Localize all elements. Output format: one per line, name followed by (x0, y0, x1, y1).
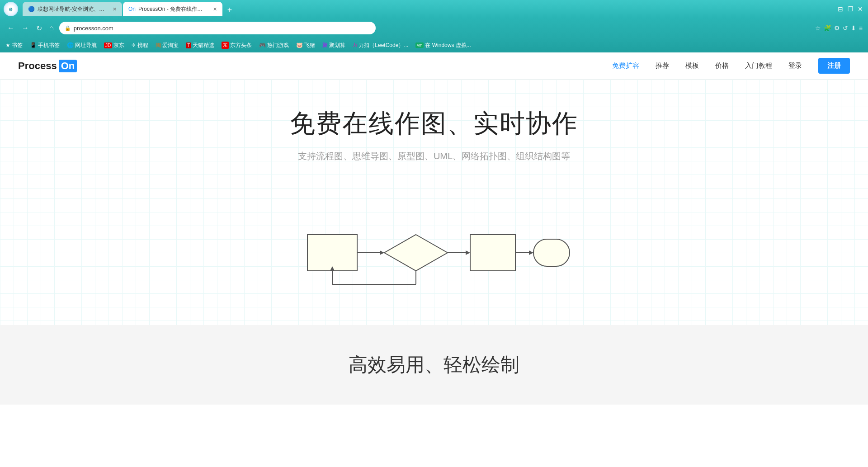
flowchart-area (0, 198, 868, 325)
flowchart-rounded (533, 239, 570, 266)
minimize-button[interactable]: ⊟ (836, 5, 844, 13)
vmware-icon: vm (415, 42, 424, 48)
nav-login[interactable]: 登录 (788, 61, 802, 70)
browser-frame: e 🔵 联想网址导航-安全浏览、极速体... ✕ On ProcessOn - … (0, 0, 868, 467)
tab-2-label: ProcessOn - 免费在线作图，思维... (138, 5, 208, 13)
nav-free-expand[interactable]: 免费扩容 (612, 61, 639, 70)
hero-subtitle: 支持流程图、思维导图、原型图、UML、网络拓扑图、组织结构图等 (18, 150, 850, 162)
new-tab-button[interactable]: + (223, 4, 236, 16)
bookmark-tmall[interactable]: T 天猫精选 (186, 42, 214, 49)
dongfang-icon: 东 (222, 42, 229, 49)
nav-recommend[interactable]: 推荐 (656, 61, 669, 70)
window-controls: ⊟ ❐ ✕ (836, 5, 864, 13)
bookmark-dongfang[interactable]: 东 东方头条 (222, 42, 252, 49)
hero-section: 免费在线作图、实时协作 支持流程图、思维导图、原型图、UML、网络拓扑图、组织结… (0, 80, 868, 198)
lock-icon: 🔒 (65, 25, 71, 31)
juhuasuan-icon: 聚 (322, 42, 328, 49)
settings-icon[interactable]: ⚙ (834, 24, 840, 32)
bookmark-star[interactable]: ★ 书签 (5, 42, 23, 49)
leetcode-icon: 力 (353, 42, 357, 48)
close-button[interactable]: ✕ (856, 5, 864, 13)
download-icon[interactable]: ⬇ (851, 24, 856, 32)
nav-template[interactable]: 模板 (685, 61, 699, 70)
refresh-button[interactable]: ↻ (34, 22, 44, 34)
page-content: Process On 免费扩容 推荐 模板 价格 入门教程 登录 注册 免费在线… (0, 52, 868, 450)
bookmark-taobao[interactable]: 淘 爱淘宝 (156, 42, 179, 49)
bookmark-label-vmware: 在 Windows 虚拟... (425, 42, 471, 49)
taobao-icon: 淘 (156, 42, 161, 49)
tab-2[interactable]: On ProcessOn - 免费在线作图，思维... ✕ (123, 2, 222, 16)
bookmark-leetcode[interactable]: 力 力扣（LeetCode）... (353, 42, 408, 49)
tmall-icon: T (186, 42, 191, 48)
flowchart-svg (294, 208, 574, 307)
bookmark-label-juhuasuan: 聚划算 (329, 42, 345, 49)
bookmark-label-star: 书签 (12, 42, 23, 49)
nav-price[interactable]: 价格 (715, 61, 729, 70)
tab-1-label: 联想网址导航-安全浏览、极速体... (38, 5, 107, 13)
flowchart-rect1 (307, 235, 357, 271)
refresh-addr-icon[interactable]: ↺ (843, 24, 848, 32)
bookmarks-bar: ★ 书签 📱 手机书签 🌐 网址导航 JD 京东 ✈ 携程 淘 爱淘宝 T 天猫… (0, 38, 868, 52)
nav-tutorial[interactable]: 入门教程 (745, 61, 772, 70)
tab-bar: 🔵 联想网址导航-安全浏览、极速体... ✕ On ProcessOn - 免费… (23, 2, 834, 16)
feizhu-icon: 🐷 (296, 42, 303, 48)
bookmark-label-games: 热门游戏 (267, 42, 289, 49)
arrow-2-head (466, 250, 470, 255)
bookmark-label-ctrip: 携程 (137, 42, 148, 49)
address-input[interactable]: 🔒 processon.com (59, 22, 376, 34)
ctrip-icon: ✈ (132, 42, 136, 48)
arrow-3-head (529, 250, 533, 255)
star-icon: ★ (5, 42, 10, 48)
title-bar: e 🔵 联想网址导航-安全浏览、极速体... ✕ On ProcessOn - … (0, 0, 868, 18)
bottom-section: 高效易用、轻松绘制 (0, 325, 868, 405)
bottom-title: 高效易用、轻松绘制 (18, 352, 850, 377)
mobile-icon: 📱 (30, 42, 37, 48)
logo[interactable]: Process On (18, 60, 77, 72)
bookmark-label-jd: 京东 (113, 42, 124, 49)
bookmark-label-taobao: 爱淘宝 (162, 42, 179, 49)
flowchart-rect2 (470, 235, 515, 271)
bookmark-label-dongfang: 东方头条 (230, 42, 252, 49)
bookmark-label-mobile: 手机书签 (38, 42, 60, 49)
bookmark-label-leetcode: 力扣（LeetCode）... (359, 42, 408, 49)
bookmark-nav[interactable]: 🌐 网址导航 (67, 42, 97, 49)
bookmark-vmware[interactable]: vm 在 Windows 虚拟... (415, 42, 471, 49)
bookmark-mobile[interactable]: 📱 手机书签 (30, 42, 60, 49)
flowchart-diamond (384, 235, 448, 271)
bookmark-star-icon[interactable]: ☆ (815, 24, 821, 32)
tab-1[interactable]: 🔵 联想网址导航-安全浏览、极速体... ✕ (23, 2, 122, 16)
tab-1-icon: 🔵 (28, 6, 35, 12)
nav-register-button[interactable]: 注册 (818, 58, 850, 74)
hero-title: 免费在线作图、实时协作 (18, 107, 850, 141)
bookmark-feizhu[interactable]: 🐷 飞猪 (296, 42, 315, 49)
bookmark-label-tmall: 天猫精选 (193, 42, 214, 49)
extensions-icon[interactable]: 🧩 (824, 24, 831, 32)
tab-2-close[interactable]: ✕ (213, 6, 217, 12)
forward-button[interactable]: → (20, 22, 31, 34)
url-text: processon.com (74, 25, 113, 32)
nav-icon: 🌐 (67, 42, 74, 48)
tab-1-close[interactable]: ✕ (113, 6, 117, 12)
jd-icon: JD (104, 42, 112, 48)
tab-2-icon: On (128, 6, 136, 12)
home-button[interactable]: ⌂ (47, 22, 56, 34)
bookmark-label-nav: 网址导航 (75, 42, 97, 49)
browser-logo: e (4, 2, 18, 16)
nav-links: 免费扩容 推荐 模板 价格 入门教程 登录 注册 (612, 58, 850, 74)
maximize-button[interactable]: ❐ (846, 5, 854, 13)
site-nav: Process On 免费扩容 推荐 模板 价格 入门教程 登录 注册 (0, 52, 868, 80)
address-right: ☆ 🧩 ⚙ ↺ ⬇ ≡ (815, 24, 863, 32)
bookmark-ctrip[interactable]: ✈ 携程 (132, 42, 148, 49)
bookmark-games[interactable]: 🎮 热门游戏 (259, 42, 289, 49)
games-icon: 🎮 (259, 42, 266, 48)
bookmark-jd[interactable]: JD 京东 (104, 42, 124, 49)
menu-icon[interactable]: ≡ (859, 24, 863, 32)
logo-on: On (59, 60, 77, 72)
back-button[interactable]: ← (5, 22, 16, 34)
address-bar: ← → ↻ ⌂ 🔒 processon.com ☆ 🧩 ⚙ ↺ ⬇ ≡ (0, 18, 868, 38)
bookmark-juhuasuan[interactable]: 聚 聚划算 (322, 42, 345, 49)
bookmark-label-feizhu: 飞猪 (304, 42, 315, 49)
logo-process: Process (18, 60, 57, 72)
